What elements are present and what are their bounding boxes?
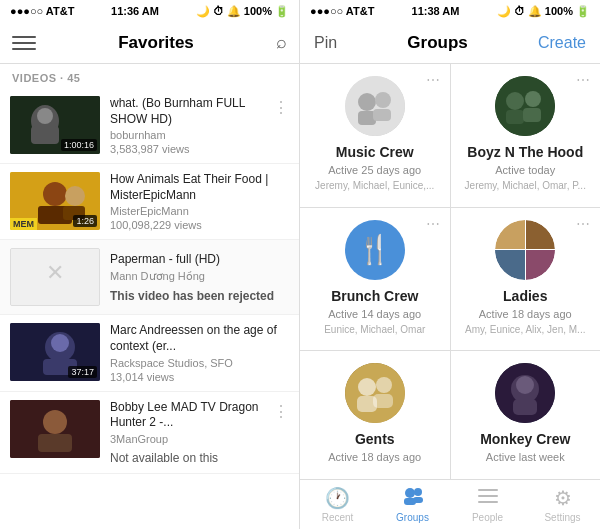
group-members: Amy, Eunice, Alix, Jen, M... [465, 324, 585, 335]
more-options-icon[interactable]: ⋯ [576, 72, 590, 88]
svg-point-24 [506, 92, 524, 110]
video-thumbnail: ✕ [10, 248, 100, 306]
video-info: How Animals Eat Their Food | MisterEpicM… [110, 172, 289, 231]
group-active: Active 25 days ago [328, 164, 421, 176]
video-title: Bobby Lee MAD TV Dragon Hunter 2 -... [110, 400, 259, 431]
svg-point-21 [375, 92, 391, 108]
pin-button[interactable]: Pin [314, 34, 337, 52]
video-duration: 37:17 [68, 366, 97, 378]
video-thumbnail [10, 400, 100, 458]
svg-rect-25 [506, 110, 524, 124]
video-duration: 1:00:16 [61, 139, 97, 151]
group-avatar [345, 363, 405, 423]
unavailable-notice: Not available on this [110, 451, 259, 465]
page-title: Groups [407, 33, 467, 53]
group-name: Gents [355, 431, 395, 447]
svg-point-7 [65, 186, 85, 206]
video-views: 100,098,229 views [110, 219, 285, 231]
group-name: Boyz N The Hood [467, 144, 583, 160]
group-members: Eunice, Michael, Omar [324, 324, 425, 335]
more-options-icon[interactable]: ⋮ [273, 96, 289, 117]
svg-point-31 [376, 377, 392, 393]
group-cell[interactable]: Monkey Crew Active last week [451, 351, 601, 479]
tab-groups[interactable]: Groups [375, 480, 450, 529]
video-views: 13,014 views [110, 371, 285, 383]
svg-rect-17 [38, 434, 72, 452]
list-item[interactable]: 1:00:16 what. (Bo Burnham FULL SHOW HD) … [0, 88, 299, 164]
svg-point-13 [51, 334, 69, 352]
left-carrier: ●●●○○ AT&T [10, 5, 74, 17]
video-info: Paperman - full (HD) Mann Dương Hồng Thi… [110, 248, 289, 306]
right-header: Pin Groups Create [300, 22, 600, 64]
tab-label-recent: Recent [322, 512, 354, 523]
tab-label-people: People [472, 512, 503, 523]
video-channel: Mann Dương Hồng [110, 270, 285, 283]
list-item[interactable]: ✕ Paperman - full (HD) Mann Dương Hồng T… [0, 240, 299, 315]
svg-rect-43 [478, 501, 498, 503]
group-cell[interactable]: ⋯ Music Crew Active 25 days ago Jeremy, … [300, 64, 450, 207]
svg-rect-36 [513, 399, 537, 415]
group-members: Jeremy, Michael, Omar, P... [465, 180, 586, 191]
video-channel: boburnham [110, 129, 259, 141]
list-item[interactable]: Bobby Lee MAD TV Dragon Hunter 2 -... 3M… [0, 392, 299, 474]
right-carrier: ●●●○○ AT&T [310, 5, 374, 17]
list-item[interactable]: MEM 1:26 How Animals Eat Their Food | Mi… [0, 164, 299, 240]
settings-icon: ⚙ [554, 486, 572, 510]
tab-people[interactable]: People [450, 480, 525, 529]
group-active: Active 18 days ago [328, 451, 421, 463]
svg-rect-27 [523, 108, 541, 122]
group-avatar [345, 76, 405, 136]
video-thumbnail: MEM 1:26 [10, 172, 100, 230]
svg-point-39 [414, 488, 422, 496]
left-battery: 🌙 ⏱ 🔔 100% 🔋 [196, 5, 289, 18]
video-info: Marc Andreessen on the age of context (e… [110, 323, 289, 382]
tab-settings[interactable]: ⚙ Settings [525, 480, 600, 529]
group-active: Active today [495, 164, 555, 176]
video-channel: Rackspace Studios, SFO [110, 357, 285, 369]
svg-point-29 [358, 378, 376, 396]
group-active: Active last week [486, 451, 565, 463]
svg-point-19 [358, 93, 376, 111]
group-name: Brunch Crew [331, 288, 418, 304]
more-options-icon[interactable]: ⋯ [426, 72, 440, 88]
create-button[interactable]: Create [538, 34, 586, 52]
video-list: 1:00:16 what. (Bo Burnham FULL SHOW HD) … [0, 88, 299, 529]
group-cell[interactable]: ⋯ Ladies Active 18 days ago Amy, Eunice,… [451, 208, 601, 351]
group-avatar [495, 220, 555, 280]
svg-rect-40 [413, 497, 423, 503]
search-icon[interactable]: ⌕ [276, 32, 287, 53]
svg-point-5 [43, 182, 67, 206]
right-battery: 🌙 ⏱ 🔔 100% 🔋 [497, 5, 590, 18]
menu-icon[interactable] [12, 36, 36, 50]
groups-icon [402, 487, 424, 510]
svg-text:✕: ✕ [46, 261, 64, 285]
group-cell[interactable]: ⋯ 🍴 Brunch Crew Active 14 days ago Eunic… [300, 208, 450, 351]
more-options-icon[interactable]: ⋮ [273, 400, 289, 421]
svg-rect-42 [478, 495, 498, 497]
group-avatar: 🍴 [345, 220, 405, 280]
svg-point-35 [516, 376, 534, 394]
group-cell[interactable]: Gents Active 18 days ago [300, 351, 450, 479]
video-views: 3,583,987 views [110, 143, 259, 155]
more-options-icon[interactable]: ⋯ [576, 216, 590, 232]
svg-point-28 [345, 363, 405, 423]
list-item[interactable]: 37:17 Marc Andreessen on the age of cont… [0, 315, 299, 391]
video-title: what. (Bo Burnham FULL SHOW HD) [110, 96, 259, 127]
video-duration: 1:26 [73, 215, 97, 227]
video-title: Paperman - full (HD) [110, 252, 285, 268]
more-options-icon[interactable]: ⋯ [426, 216, 440, 232]
group-name: Ladies [503, 288, 547, 304]
rejected-notice: This video has been rejected [110, 289, 285, 303]
video-info: Bobby Lee MAD TV Dragon Hunter 2 -... 3M… [110, 400, 263, 465]
svg-rect-22 [373, 109, 391, 121]
group-name: Monkey Crew [480, 431, 570, 447]
left-status-bar: ●●●○○ AT&T 11:36 AM 🌙 ⏱ 🔔 100% 🔋 [0, 0, 299, 22]
group-cell[interactable]: ⋯ Boyz N The Hood Active today Jeremy, M… [451, 64, 601, 207]
clock-icon: 🕐 [325, 486, 350, 510]
groups-grid: ⋯ Music Crew Active 25 days ago Jeremy, … [300, 64, 600, 479]
tab-recent[interactable]: 🕐 Recent [300, 480, 375, 529]
video-thumbnail: 1:00:16 [10, 96, 100, 154]
video-channel: MisterEpicMann [110, 205, 285, 217]
svg-point-2 [37, 108, 53, 124]
svg-point-23 [495, 76, 555, 136]
